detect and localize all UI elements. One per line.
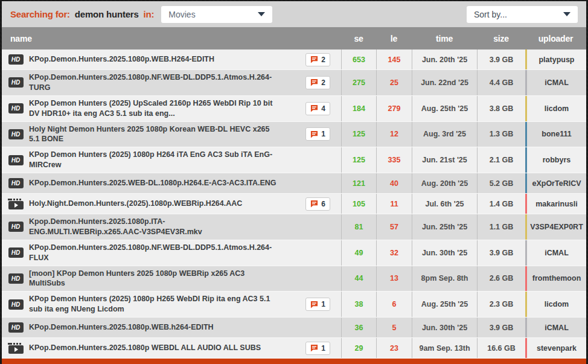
name-cell: HD KPop Demon Hunters (2025) 1080p H265 … (2, 292, 341, 317)
torrent-name-link[interactable]: KPop.Demon.Hunters.2025.1080p.NF.WEB-DL.… (29, 243, 278, 263)
table-header-row: name se le time size uploader (2, 27, 586, 49)
hd-icon: HD (8, 129, 24, 139)
uploader-link[interactable]: platypusp (525, 49, 586, 69)
column-header-name[interactable]: name (2, 34, 341, 43)
leechers-cell: 279 (376, 96, 412, 121)
comments-badge[interactable]: 1 (305, 127, 330, 141)
category-selected-value: Movies (168, 10, 195, 19)
column-header-time[interactable]: time (412, 34, 477, 43)
column-header-seeders[interactable]: se (341, 34, 376, 43)
badge-wrap: 6 (305, 197, 336, 211)
time-cell: Aug. 25th '25 (412, 292, 477, 317)
leechers-cell: 32 (376, 240, 412, 266)
results-table-body: HD KPop.Demon.Hunters.2025.1080p.WEB.H26… (2, 49, 586, 359)
uploader-link[interactable]: fromthemoon (525, 266, 586, 292)
comments-badge[interactable]: 4 (305, 102, 330, 115)
results-page: Searching for: demon hunters in: Movies … (2, 1, 586, 364)
seeders-cell: 125 (341, 122, 376, 147)
table-row: HD KPop Demon Hunters (2025) 1080p H265 … (2, 292, 586, 318)
time-cell: Jun. 25th '25 (412, 214, 477, 240)
uploader-link[interactable]: V3SP4EXP0RT (525, 214, 586, 240)
torrent-name-link[interactable]: KPop.Demon.Hunters.2025.1080p.NF.WEB-DL.… (29, 72, 278, 93)
torrent-name-link[interactable]: Holy.Night.Demon.Hunters.(2025).1080p.WE… (29, 199, 242, 209)
size-cell: 2.6 GB (477, 266, 525, 292)
uploader-link[interactable]: iCMAL (525, 318, 586, 337)
hd-icon: HD (8, 222, 24, 232)
torrent-name-link[interactable]: KPop.Demon.Hunters.2025.1080p WEBDL ALL … (29, 343, 261, 353)
uploader-link[interactable]: licdom (525, 292, 586, 317)
hd-icon: HD (8, 178, 24, 188)
name-cell: HD KPop Demon Hunters (2025) UpScaled 21… (2, 96, 341, 121)
uploader-link[interactable]: eXpOrTeRICV (525, 173, 586, 193)
comments-badge[interactable]: 2 (305, 76, 330, 89)
column-header-uploader[interactable]: uploader (525, 34, 586, 43)
torrent-name-link[interactable]: KPop Demon Hunters (2025) UpScaled 2160p… (29, 98, 278, 119)
chevron-down-icon (563, 12, 570, 16)
table-row: Holy.Night.Demon.Hunters.(2025).1080p.WE… (2, 194, 586, 214)
leechers-cell: 5 (376, 318, 412, 337)
hd-icon: HD (8, 155, 24, 165)
uploader-link[interactable]: makarinusli (525, 194, 586, 214)
uploader-link[interactable]: stevenpark (525, 338, 586, 358)
torrent-name-link[interactable]: KPop.Demon.Hunters.2025.1080p.WEB.h264-E… (29, 322, 214, 333)
torrent-name-link[interactable]: KPop.Demon.Hunters.2025.1080p.WEB.H264-E… (29, 54, 214, 65)
torrent-name-link[interactable]: Holy Night Demon Hunters 2025 1080p Kore… (29, 124, 278, 145)
size-cell: 3.8 GB (477, 96, 525, 121)
comments-badge[interactable]: 6 (305, 197, 330, 211)
badge-wrap: 1 (305, 127, 336, 141)
leechers-cell: 40 (376, 173, 412, 193)
leechers-cell: 6 (376, 292, 412, 317)
torrent-name-link[interactable]: Kpop.Demon.Hunters.2025.1080p.ITA-ENG.MU… (29, 217, 278, 237)
seeders-cell: 184 (341, 96, 376, 121)
uploader-link[interactable]: robbyrs (525, 147, 586, 173)
time-cell: Jun. 30th '25 (412, 318, 477, 337)
uploader-link[interactable]: iCMAL (525, 70, 586, 95)
hd-icon: HD (8, 273, 24, 284)
category-dropdown[interactable]: Movies (161, 6, 272, 23)
leechers-cell: 25 (376, 70, 412, 95)
comments-badge[interactable]: 1 (305, 298, 330, 311)
footer-accent-bar (2, 359, 586, 364)
table-row: HD KPop.Demon.Hunters.2025.1080p.NF.WEB-… (2, 70, 586, 96)
size-cell: 3.9 GB (477, 49, 525, 69)
hd-icon: HD (8, 247, 24, 258)
column-header-leechers[interactable]: le (376, 34, 412, 43)
size-cell: 1.3 GB (477, 122, 525, 147)
name-cell: HD KPop.Demon.Hunters.2025.1080p.NF.WEB-… (2, 240, 341, 266)
search-suffix-label: in: (144, 9, 155, 19)
table-row: HD KPop.Demon.Hunters.2025.1080p.WEB.h26… (2, 318, 586, 338)
torrent-name-link[interactable]: KPop.Demon.Hunters.2025.WEB-DL.1080p.H26… (29, 178, 276, 188)
time-cell: Aug. 25th '25 (412, 96, 477, 121)
comment-bubble-icon (310, 130, 318, 138)
size-cell: 1.1 GB (477, 214, 525, 240)
badge-wrap: 1 (305, 342, 336, 355)
name-cell: HD KPop.Demon.Hunters.2025.1080p.WEB.H26… (2, 49, 341, 69)
name-cell: KPop.Demon.Hunters.2025.1080p WEBDL ALL … (2, 338, 341, 358)
time-cell: Jun. 20th '25 (412, 49, 477, 69)
uploader-link[interactable]: licdom (525, 96, 586, 121)
torrent-name-link[interactable]: KPop Demon Hunters (2025) 1080p H264 iTA… (29, 150, 278, 170)
size-cell: 3.9 GB (477, 240, 525, 266)
time-cell: Jun. 22nd '25 (412, 70, 477, 95)
leechers-cell: 12 (376, 122, 412, 147)
torrent-name-link[interactable]: KPop Demon Hunters (2025) 1080p H265 Web… (29, 294, 278, 315)
time-cell: Jun. 30th '25 (412, 240, 477, 266)
seeders-cell: 29 (341, 338, 376, 358)
table-row: HD KPop Demon Hunters (2025) UpScaled 21… (2, 96, 586, 122)
size-cell: 1.4 GB (477, 194, 525, 214)
table-row: HD [moon] KPop Demon Hunters 2025 1080p … (2, 266, 586, 292)
column-header-size[interactable]: size (477, 34, 525, 43)
torrent-name-link[interactable]: [moon] KPop Demon Hunters 2025 1080p WEB… (29, 269, 278, 289)
badge-wrap: 1 (305, 298, 336, 311)
search-topbar: Searching for: demon hunters in: Movies … (2, 1, 586, 27)
sort-by-dropdown[interactable]: Sort by... (467, 6, 578, 23)
search-summary: Searching for: demon hunters in: (10, 9, 154, 19)
seeders-cell: 49 (341, 240, 376, 266)
uploader-link[interactable]: iCMAL (525, 240, 586, 266)
comments-badge[interactable]: 2 (305, 53, 330, 66)
name-cell: HD Kpop.Demon.Hunters.2025.1080p.ITA-ENG… (2, 214, 341, 240)
leechers-cell: 145 (376, 49, 412, 69)
name-cell: HD KPop Demon Hunters (2025) 1080p H264 … (2, 147, 341, 173)
comments-badge[interactable]: 1 (305, 342, 330, 355)
uploader-link[interactable]: bone111 (525, 122, 586, 147)
